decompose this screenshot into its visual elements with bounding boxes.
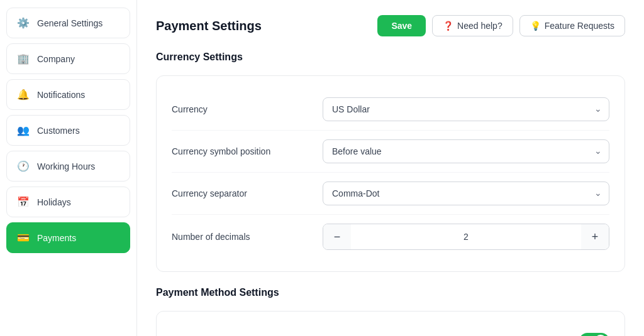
currency-symbol-position-select[interactable]: Before value After value [323,139,609,163]
payment-method-settings-title: Payment Method Settings [156,287,625,298]
on-site-control [323,333,609,336]
calendar-icon: 📅 [17,196,30,208]
help-icon: ❓ [443,21,453,31]
payments-icon: 💳 [17,232,30,244]
sidebar-item-label: Notifications [37,90,85,100]
sidebar-item-notifications[interactable]: 🔔 Notifications [6,79,130,110]
currency-settings-card: Currency US Dollar Euro British Pound Ca… [156,75,625,272]
save-button[interactable]: Save [377,15,426,36]
currency-separator-control: Comma-Dot Dot-Comma Space-Comma [323,182,609,205]
currency-symbol-position-row: Currency symbol position Before value Af… [172,131,609,173]
on-site-toggle-wrapper [323,333,609,336]
sidebar-item-label: Customers [37,126,80,136]
sidebar-item-label: General Settings [37,18,103,28]
sidebar-item-customers[interactable]: 👥 Customers [6,115,130,146]
on-site-toggle[interactable] [579,333,609,336]
header-actions: Save ❓ Need help? 💡 Feature Requests [377,15,625,36]
payment-method-settings-card: On Site PayPal [156,311,625,336]
currency-select-wrapper: US Dollar Euro British Pound Canadian Do… [323,97,609,121]
users-icon: 👥 [17,124,30,136]
lightbulb-icon: 💡 [530,21,541,31]
on-site-row: On Site [172,324,609,336]
page-title: Payment Settings [156,19,262,33]
bell-icon: 🔔 [17,89,30,100]
decimals-stepper: − + [323,224,609,250]
number-of-decimals-label: Number of decimals [172,232,323,242]
currency-separator-label: Currency separator [172,188,323,198]
number-of-decimals-row: Number of decimals − + [172,215,609,259]
feature-requests-button[interactable]: 💡 Feature Requests [519,15,625,36]
payment-method-settings-section: Payment Method Settings On Site PayPal [156,287,625,336]
need-help-button[interactable]: ❓ Need help? [432,15,513,36]
currency-symbol-position-control: Before value After value [323,139,609,163]
sidebar-item-label: Company [37,54,75,64]
sidebar-item-label: Working Hours [37,161,95,171]
sidebar-item-general-settings[interactable]: ⚙️ General Settings [6,8,130,38]
sidebar-item-working-hours[interactable]: 🕐 Working Hours [6,151,130,182]
currency-separator-select[interactable]: Comma-Dot Dot-Comma Space-Comma [323,182,609,205]
currency-separator-select-wrapper: Comma-Dot Dot-Comma Space-Comma [323,182,609,205]
currency-settings-title: Currency Settings [156,51,625,63]
clock-icon: 🕐 [17,160,30,172]
main-content: Payment Settings Save ❓ Need help? 💡 Fea… [137,0,644,336]
currency-select[interactable]: US Dollar Euro British Pound Canadian Do… [323,97,609,121]
currency-label: Currency [172,104,323,114]
sidebar-item-label: Payments [37,233,76,243]
gear-icon: ⚙️ [17,17,30,29]
currency-row: Currency US Dollar Euro British Pound Ca… [172,89,609,131]
sidebar: ⚙️ General Settings 🏢 Company 🔔 Notifica… [0,0,137,336]
decimals-input[interactable] [351,224,581,249]
building-icon: 🏢 [17,53,30,65]
sidebar-item-label: Holidays [37,197,71,207]
sidebar-item-holidays[interactable]: 📅 Holidays [6,187,130,217]
currency-settings-section: Currency Settings Currency US Dollar Eur… [156,51,625,272]
currency-symbol-position-label: Currency symbol position [172,146,323,156]
currency-control: US Dollar Euro British Pound Canadian Do… [323,97,609,121]
sidebar-item-company[interactable]: 🏢 Company [6,43,130,74]
page-header: Payment Settings Save ❓ Need help? 💡 Fea… [156,15,625,36]
decrement-button[interactable]: − [323,224,351,249]
on-site-toggle-slider [579,333,609,336]
currency-symbol-position-select-wrapper: Before value After value [323,139,609,163]
increment-button[interactable]: + [581,224,609,249]
number-of-decimals-control: − + [323,224,609,250]
sidebar-item-payments[interactable]: 💳 Payments [6,222,130,253]
currency-separator-row: Currency separator Comma-Dot Dot-Comma S… [172,173,609,215]
